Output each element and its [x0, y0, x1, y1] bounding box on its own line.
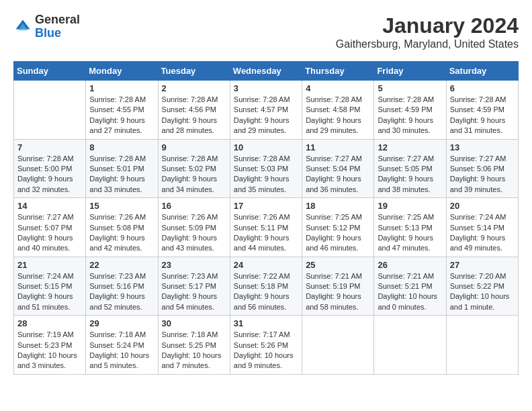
calendar-title: January 2024 [336, 13, 519, 38]
day-info: Sunrise: 7:28 AM Sunset: 4:56 PM Dayligh… [162, 95, 226, 136]
day-info: Sunrise: 7:25 AM Sunset: 5:13 PM Dayligh… [378, 212, 442, 254]
day-number: 23 [162, 260, 226, 270]
calendar-table: SundayMondayTuesdayWednesdayThursdayFrid… [13, 61, 519, 375]
calendar-cell: 9Sunrise: 7:28 AM Sunset: 5:02 PM Daylig… [158, 139, 230, 198]
day-number: 14 [17, 201, 82, 211]
calendar-cell: 17Sunrise: 7:26 AM Sunset: 5:11 PM Dayli… [230, 198, 302, 257]
day-info: Sunrise: 7:19 AM Sunset: 5:23 PM Dayligh… [17, 330, 82, 371]
day-info: Sunrise: 7:25 AM Sunset: 5:12 PM Dayligh… [306, 212, 370, 254]
day-number: 2 [162, 83, 226, 93]
day-info: Sunrise: 7:28 AM Sunset: 5:02 PM Dayligh… [162, 154, 226, 195]
day-number: 13 [450, 142, 515, 152]
week-row-1: 1Sunrise: 7:28 AM Sunset: 4:55 PM Daylig… [14, 81, 519, 140]
day-info: Sunrise: 7:27 AM Sunset: 5:04 PM Dayligh… [306, 154, 370, 195]
calendar-cell: 16Sunrise: 7:26 AM Sunset: 5:09 PM Dayli… [158, 198, 230, 257]
calendar-cell: 13Sunrise: 7:27 AM Sunset: 5:06 PM Dayli… [446, 139, 518, 198]
day-number: 19 [378, 201, 442, 211]
day-info: Sunrise: 7:26 AM Sunset: 5:11 PM Dayligh… [234, 212, 298, 254]
day-info: Sunrise: 7:20 AM Sunset: 5:22 PM Dayligh… [450, 271, 515, 313]
calendar-cell: 15Sunrise: 7:26 AM Sunset: 5:08 PM Dayli… [86, 198, 158, 257]
day-info: Sunrise: 7:26 AM Sunset: 5:09 PM Dayligh… [162, 212, 226, 254]
header-sunday: Sunday [14, 62, 86, 81]
day-number: 7 [17, 142, 82, 152]
day-info: Sunrise: 7:23 AM Sunset: 5:17 PM Dayligh… [162, 271, 226, 313]
day-number: 5 [378, 83, 442, 93]
calendar-cell: 31Sunrise: 7:17 AM Sunset: 5:26 PM Dayli… [230, 316, 302, 375]
day-number: 8 [89, 142, 154, 152]
day-info: Sunrise: 7:26 AM Sunset: 5:08 PM Dayligh… [89, 212, 154, 254]
calendar-cell: 18Sunrise: 7:25 AM Sunset: 5:12 PM Dayli… [302, 198, 374, 257]
day-info: Sunrise: 7:27 AM Sunset: 5:05 PM Dayligh… [378, 154, 442, 195]
week-row-2: 7Sunrise: 7:28 AM Sunset: 5:00 PM Daylig… [14, 139, 519, 198]
calendar-cell: 6Sunrise: 7:28 AM Sunset: 4:59 PM Daylig… [446, 81, 518, 140]
day-info: Sunrise: 7:17 AM Sunset: 5:26 PM Dayligh… [234, 330, 298, 371]
calendar-cell: 28Sunrise: 7:19 AM Sunset: 5:23 PM Dayli… [14, 316, 86, 375]
header-tuesday: Tuesday [158, 62, 230, 81]
day-info: Sunrise: 7:18 AM Sunset: 5:24 PM Dayligh… [89, 330, 154, 371]
header-saturday: Saturday [446, 62, 518, 81]
logo: General Blue [13, 13, 80, 40]
day-info: Sunrise: 7:23 AM Sunset: 5:16 PM Dayligh… [89, 271, 154, 313]
day-number: 12 [378, 142, 442, 152]
day-info: Sunrise: 7:28 AM Sunset: 4:59 PM Dayligh… [450, 95, 515, 136]
calendar-cell: 30Sunrise: 7:18 AM Sunset: 5:25 PM Dayli… [158, 316, 230, 375]
title-block: January 2024 Gaithersburg, Maryland, Uni… [336, 13, 519, 50]
day-info: Sunrise: 7:18 AM Sunset: 5:25 PM Dayligh… [162, 330, 226, 371]
day-number: 28 [17, 318, 82, 328]
day-info: Sunrise: 7:28 AM Sunset: 5:00 PM Dayligh… [17, 154, 82, 195]
day-number: 17 [234, 201, 298, 211]
calendar-cell: 14Sunrise: 7:27 AM Sunset: 5:07 PM Dayli… [14, 198, 86, 257]
day-number: 27 [450, 260, 515, 270]
day-number: 29 [89, 318, 154, 328]
calendar-cell: 2Sunrise: 7:28 AM Sunset: 4:56 PM Daylig… [158, 81, 230, 140]
day-number: 4 [306, 83, 370, 93]
calendar-cell: 3Sunrise: 7:28 AM Sunset: 4:57 PM Daylig… [230, 81, 302, 140]
day-info: Sunrise: 7:28 AM Sunset: 4:59 PM Dayligh… [378, 95, 442, 136]
day-info: Sunrise: 7:28 AM Sunset: 4:57 PM Dayligh… [234, 95, 298, 136]
calendar-cell: 26Sunrise: 7:21 AM Sunset: 5:21 PM Dayli… [374, 257, 446, 316]
calendar-cell: 5Sunrise: 7:28 AM Sunset: 4:59 PM Daylig… [374, 81, 446, 140]
calendar-cell: 10Sunrise: 7:28 AM Sunset: 5:03 PM Dayli… [230, 139, 302, 198]
day-number: 6 [450, 83, 515, 93]
page-header: General Blue January 2024 Gaithersburg, … [13, 13, 519, 50]
day-info: Sunrise: 7:24 AM Sunset: 5:15 PM Dayligh… [17, 271, 82, 313]
day-number: 30 [162, 318, 226, 328]
calendar-cell: 24Sunrise: 7:22 AM Sunset: 5:18 PM Dayli… [230, 257, 302, 316]
header-monday: Monday [86, 62, 158, 81]
day-info: Sunrise: 7:21 AM Sunset: 5:19 PM Dayligh… [306, 271, 370, 313]
day-info: Sunrise: 7:27 AM Sunset: 5:07 PM Dayligh… [17, 212, 82, 254]
calendar-cell [14, 81, 86, 140]
day-number: 24 [234, 260, 298, 270]
day-info: Sunrise: 7:27 AM Sunset: 5:06 PM Dayligh… [450, 154, 515, 195]
week-row-5: 28Sunrise: 7:19 AM Sunset: 5:23 PM Dayli… [14, 316, 519, 375]
calendar-cell: 23Sunrise: 7:23 AM Sunset: 5:17 PM Dayli… [158, 257, 230, 316]
calendar-header-row: SundayMondayTuesdayWednesdayThursdayFrid… [14, 62, 519, 81]
calendar-cell: 4Sunrise: 7:28 AM Sunset: 4:58 PM Daylig… [302, 81, 374, 140]
day-info: Sunrise: 7:24 AM Sunset: 5:14 PM Dayligh… [450, 212, 515, 254]
calendar-subtitle: Gaithersburg, Maryland, United States [336, 38, 519, 50]
calendar-cell [374, 316, 446, 375]
calendar-cell: 19Sunrise: 7:25 AM Sunset: 5:13 PM Dayli… [374, 198, 446, 257]
day-number: 21 [17, 260, 82, 270]
logo-general-text: General [35, 13, 80, 26]
day-number: 10 [234, 142, 298, 152]
header-thursday: Thursday [302, 62, 374, 81]
header-wednesday: Wednesday [230, 62, 302, 81]
day-number: 9 [162, 142, 226, 152]
header-friday: Friday [374, 62, 446, 81]
day-number: 11 [306, 142, 370, 152]
day-number: 31 [234, 318, 298, 328]
day-info: Sunrise: 7:28 AM Sunset: 5:01 PM Dayligh… [89, 154, 154, 195]
day-number: 3 [234, 83, 298, 93]
day-number: 1 [89, 83, 154, 93]
logo-blue-text: Blue [35, 26, 61, 40]
week-row-3: 14Sunrise: 7:27 AM Sunset: 5:07 PM Dayli… [14, 198, 519, 257]
calendar-cell: 27Sunrise: 7:20 AM Sunset: 5:22 PM Dayli… [446, 257, 518, 316]
day-number: 15 [89, 201, 154, 211]
week-row-4: 21Sunrise: 7:24 AM Sunset: 5:15 PM Dayli… [14, 257, 519, 316]
calendar-cell [302, 316, 374, 375]
day-info: Sunrise: 7:21 AM Sunset: 5:21 PM Dayligh… [378, 271, 442, 313]
day-info: Sunrise: 7:28 AM Sunset: 4:58 PM Dayligh… [306, 95, 370, 136]
day-number: 22 [89, 260, 154, 270]
day-number: 18 [306, 201, 370, 211]
